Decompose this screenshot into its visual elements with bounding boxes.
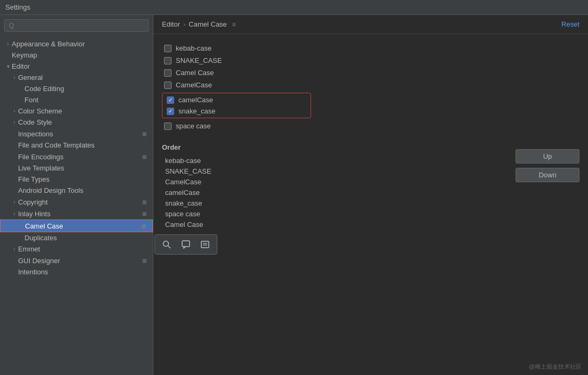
checkbox-space-case[interactable] xyxy=(164,123,172,130)
checkbox-row-snake-upper: SNAKE_CASE xyxy=(162,55,311,66)
settings-icon: ⊞ xyxy=(140,129,149,138)
arrow-icon xyxy=(11,198,18,206)
sidebar-item-code-style[interactable]: Code Style xyxy=(0,117,153,128)
order-item-camelcase-lower[interactable]: camelCase xyxy=(162,188,311,198)
main-layout: Appearance & Behavior Keymap Editor Gene… xyxy=(0,15,588,375)
sidebar-tree: Appearance & Behavior Keymap Editor Gene… xyxy=(0,36,153,375)
sidebar-item-emmet[interactable]: Emmet xyxy=(0,243,153,255)
sidebar-item-general[interactable]: General xyxy=(0,72,153,83)
sidebar-item-gui-designer[interactable]: GUI Designer ⊞ xyxy=(0,255,153,266)
arrow-icon xyxy=(11,142,18,149)
arrow-icon xyxy=(11,187,18,194)
checkbox-row-camelcase: CamelCase xyxy=(162,79,311,91)
sidebar-item-inlay-hints[interactable]: Inlay Hints ⊞ xyxy=(0,208,153,219)
checkbox-snake-lower[interactable] xyxy=(167,108,174,115)
popup-comment-button[interactable] xyxy=(178,237,193,252)
order-item-camelcase[interactable]: CamelCase xyxy=(162,177,311,187)
sidebar-item-keymap[interactable]: Keymap xyxy=(0,50,153,61)
checkbox-row-snake-lower: snake_case xyxy=(165,105,308,117)
order-item-snake-lower[interactable]: snake_case xyxy=(162,198,311,208)
settings-icon: ⊞ xyxy=(140,209,149,218)
arrow-icon xyxy=(11,153,18,160)
popup-search-button[interactable] xyxy=(159,237,174,252)
order-item-camel-case[interactable]: Camel Case xyxy=(162,219,311,230)
checkbox-camelcase[interactable] xyxy=(164,81,172,89)
sidebar-item-file-code-templates[interactable]: File and Code Templates xyxy=(0,140,153,151)
up-button[interactable]: Up xyxy=(516,149,579,164)
reset-button[interactable]: Reset xyxy=(561,20,579,28)
sidebar-item-inspections[interactable]: Inspections ⊞ xyxy=(0,128,153,140)
sidebar-item-color-scheme[interactable]: Color Scheme xyxy=(0,105,153,117)
breadcrumb-bar: Editor › Camel Case ≡ Reset xyxy=(153,15,588,34)
label-camelcase-lower: camelCase xyxy=(178,96,213,104)
order-title: Order xyxy=(162,143,311,151)
breadcrumb-current: Camel Case xyxy=(189,20,227,28)
label-snake-upper: SNAKE_CASE xyxy=(176,56,222,64)
breadcrumb-parent: Editor xyxy=(162,20,180,28)
arrow-icon xyxy=(11,246,18,253)
arrow-icon xyxy=(11,74,18,81)
arrow-icon xyxy=(11,268,18,276)
order-item-kebab[interactable]: kebab-case xyxy=(162,156,311,166)
label-kebab: kebab-case xyxy=(176,44,211,52)
order-item-snake[interactable]: SNAKE_CASE xyxy=(162,166,311,176)
checkbox-row-space-case: space case xyxy=(162,120,311,132)
checkbox-snake-upper[interactable] xyxy=(164,57,172,64)
checkbox-kebab[interactable] xyxy=(164,45,172,52)
checkbox-row-kebab: kebab-case xyxy=(162,43,311,54)
list-icon xyxy=(200,240,210,249)
svg-point-0 xyxy=(164,241,169,247)
main-content: Editor › Camel Case ≡ Reset kebab-case S… xyxy=(153,15,588,375)
watermark: @稀土掘金技术社区 xyxy=(529,363,582,371)
arrow-icon xyxy=(17,96,24,104)
label-snake-lower: snake_case xyxy=(178,107,215,115)
sidebar-item-editor[interactable]: Editor xyxy=(0,61,153,72)
settings-icon: ⊞ xyxy=(140,198,149,206)
content-area: kebab-case SNAKE_CASE Camel Case CamelCa… xyxy=(153,34,588,375)
down-button[interactable]: Down xyxy=(516,168,579,182)
sidebar-item-copyright[interactable]: Copyright ⊞ xyxy=(0,196,153,208)
sidebar-item-appearance[interactable]: Appearance & Behavior xyxy=(0,38,153,50)
sidebar-item-code-editing[interactable]: Code Editing xyxy=(0,83,153,94)
svg-line-1 xyxy=(168,246,171,249)
arrow-icon xyxy=(4,40,12,48)
search-icon xyxy=(162,240,172,249)
right-buttons: Up Down xyxy=(516,43,579,366)
window-title: Settings xyxy=(5,3,30,11)
checkbox-camelcase-lower[interactable] xyxy=(167,96,174,104)
label-space-case: space case xyxy=(176,122,211,130)
order-section: Order kebab-case SNAKE_CASE CamelCase ca… xyxy=(162,143,311,230)
order-list: kebab-case SNAKE_CASE CamelCase camelCas… xyxy=(162,156,311,230)
arrow-icon xyxy=(4,52,12,59)
arrow-icon xyxy=(11,210,18,217)
left-panel: kebab-case SNAKE_CASE Camel Case CamelCa… xyxy=(162,43,311,366)
sidebar-item-android-design-tools[interactable]: Android Design Tools xyxy=(0,185,153,196)
sidebar-item-intentions[interactable]: Intentions xyxy=(0,266,153,278)
sidebar-item-live-templates[interactable]: Live Templates xyxy=(0,162,153,174)
sidebar-item-font[interactable]: Font xyxy=(0,94,153,105)
arrow-icon xyxy=(11,257,18,264)
arrow-icon xyxy=(17,234,24,242)
checkbox-row-camelcase-lower: camelCase xyxy=(165,94,308,105)
comment-icon xyxy=(181,240,191,249)
sidebar-item-duplicates[interactable]: Duplicates xyxy=(0,232,153,243)
checkbox-camel-case[interactable] xyxy=(164,69,172,77)
label-camel-case: Camel Case xyxy=(176,69,214,77)
settings-icon: ⊞ xyxy=(140,152,149,161)
settings-icon: ⊞ xyxy=(140,222,148,230)
breadcrumb-sep: › xyxy=(183,20,185,28)
arrow-icon xyxy=(17,85,24,93)
arrow-icon xyxy=(11,119,18,126)
breadcrumb-menu-icon[interactable]: ≡ xyxy=(232,21,236,28)
svg-rect-2 xyxy=(182,241,190,247)
sidebar-item-file-types[interactable]: File Types xyxy=(0,174,153,185)
checkbox-row-camel-case: Camel Case xyxy=(162,67,311,78)
search-input[interactable] xyxy=(4,19,149,32)
popup-list-button[interactable] xyxy=(198,237,213,252)
sidebar-item-camel-case[interactable]: Camel Case ⊞ xyxy=(0,219,153,232)
arrow-icon xyxy=(11,130,18,137)
sidebar: Appearance & Behavior Keymap Editor Gene… xyxy=(0,15,153,375)
sidebar-item-file-encodings[interactable]: File Encodings ⊞ xyxy=(0,151,153,162)
order-item-space[interactable]: space case xyxy=(162,209,311,219)
checkbox-group-highlighted: camelCase snake_case xyxy=(162,93,311,118)
